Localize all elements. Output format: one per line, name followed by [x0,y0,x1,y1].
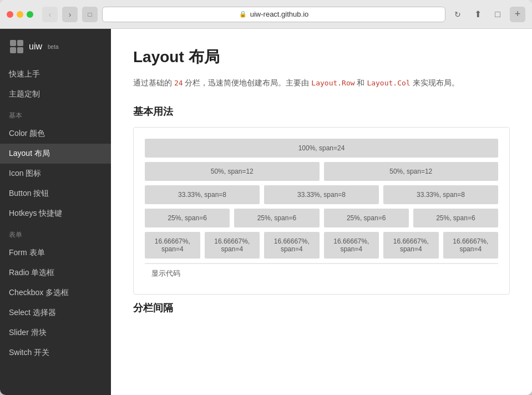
sidebar-item-color[interactable]: Color 颜色 [0,124,111,144]
layout-row-3: 25%, span=625%, span=625%, span=625%, sp… [145,209,498,227]
layout-row-0: 100%, span=24 [145,139,498,158]
sidebar-item-button[interactable]: Button 按钮 [0,184,111,204]
sidebar-item-icon[interactable]: Icon 图标 [0,164,111,184]
sidebar-item-hotkeys[interactable]: Hotkeys 快捷键 [0,204,111,224]
logo-text: uiw [29,42,42,52]
highlight-24: 24 [174,79,183,87]
layout-col-4-4: 16.66667%, span=4 [383,232,439,259]
sidebar-item-layout[interactable]: Layout 布局 [0,144,111,164]
layout-col-3-0: 25%, span=6 [145,209,230,227]
layout-col-4-3: 16.66667%, span=4 [324,232,379,259]
titlebar: ‹ › □ 🔒 uiw-react.github.io ↻ ⬆ □ + [0,0,532,29]
new-tab-button[interactable]: + [510,7,525,22]
forward-button[interactable]: › [62,7,78,22]
sidebar-logo: uiw beta [0,29,111,64]
sidebar-item-theme[interactable]: 主题定制 [0,84,111,104]
layout-col-2-0: 33.33%, span=8 [145,185,260,204]
minimize-button[interactable] [17,11,23,18]
section1-title: 基本用法 [133,105,510,118]
layout-col-2-1: 33.33%, span=8 [264,185,379,204]
svg-rect-3 [17,47,23,53]
traffic-lights [7,11,33,18]
sidebar-section-form-label: 表单 [0,224,111,243]
sidebar-item-select[interactable]: Select 选择器 [0,303,111,323]
layout-rows: 100%, span=2450%, span=1250%, span=1233.… [145,139,498,259]
svg-rect-2 [10,47,16,53]
lock-icon: 🔒 [239,11,247,18]
browser-window: ‹ › □ 🔒 uiw-react.github.io ↻ ⬆ □ + [0,0,532,395]
demo-box: 100%, span=2450%, span=1250%, span=1233.… [133,127,510,295]
url-text: uiw-react.github.io [250,10,309,18]
sidebar-item-slider[interactable]: Slider 滑块 [0,323,111,343]
layout-row-1: 50%, span=1250%, span=12 [145,162,498,181]
show-code-button[interactable]: 显示代码 [145,264,498,283]
main-content: uiw beta 快速上手主题定制基本Color 颜色Layout 布局Icon… [0,29,532,395]
layout-row-2: 33.33%, span=833.33%, span=833.33%, span… [145,185,498,204]
layout-col-0-0: 100%, span=24 [145,139,498,158]
reload-button[interactable]: ↻ [450,7,465,22]
layout-col-4-1: 16.66667%, span=4 [205,232,260,259]
sidebar-nav: 快速上手主题定制基本Color 颜色Layout 布局Icon 图标Button… [0,64,111,363]
logo-badge: beta [48,44,58,50]
page-title: Layout 布局 [133,47,510,68]
share-button[interactable]: ⬆ [470,7,485,22]
tab-button[interactable]: □ [82,7,98,22]
expand-button[interactable]: □ [490,7,505,22]
layout-col-3-2: 25%, span=6 [324,209,409,227]
close-button[interactable] [7,11,13,18]
sidebar-section-basic-label: 基本 [0,104,111,124]
layout-col-1-1: 50%, span=12 [324,162,499,181]
layout-col-3-3: 25%, span=6 [413,209,498,227]
layout-col-2-2: 33.33%, span=8 [383,185,498,204]
svg-rect-1 [17,40,23,46]
logo-icon [9,39,24,54]
section2-title: 分栏间隔 [133,301,510,315]
highlight-row: Layout.Row [311,79,354,87]
svg-rect-0 [10,40,16,46]
maximize-button[interactable] [27,11,33,18]
content-area: Layout 布局 通过基础的 24 分栏，迅速简便地创建布局。主要由 Layo… [111,29,532,395]
layout-col-4-5: 16.66667%, span=4 [443,232,499,259]
sidebar-item-switch[interactable]: Switch 开关 [0,343,111,363]
sidebar-item-radio[interactable]: Radio 单选框 [0,263,111,283]
layout-col-1-0: 50%, span=12 [145,162,320,181]
layout-col-4-0: 16.66667%, span=4 [145,232,200,259]
back-button[interactable]: ‹ [42,7,58,22]
sidebar-item-quick-start[interactable]: 快速上手 [0,64,111,84]
sidebar-item-form[interactable]: Form 表单 [0,243,111,263]
page-description: 通过基础的 24 分栏，迅速简便地创建布局。主要由 Layout.Row 和 L… [133,77,510,89]
layout-row-4: 16.66667%, span=416.66667%, span=416.666… [145,232,498,259]
highlight-col: Layout.Col [367,79,410,87]
layout-col-3-1: 25%, span=6 [234,209,319,227]
sidebar-item-checkbox[interactable]: Checkbox 多选框 [0,283,111,303]
sidebar: uiw beta 快速上手主题定制基本Color 颜色Layout 布局Icon… [0,29,111,395]
layout-col-4-2: 16.66667%, span=4 [264,232,320,259]
url-bar[interactable]: 🔒 uiw-react.github.io [102,7,445,22]
